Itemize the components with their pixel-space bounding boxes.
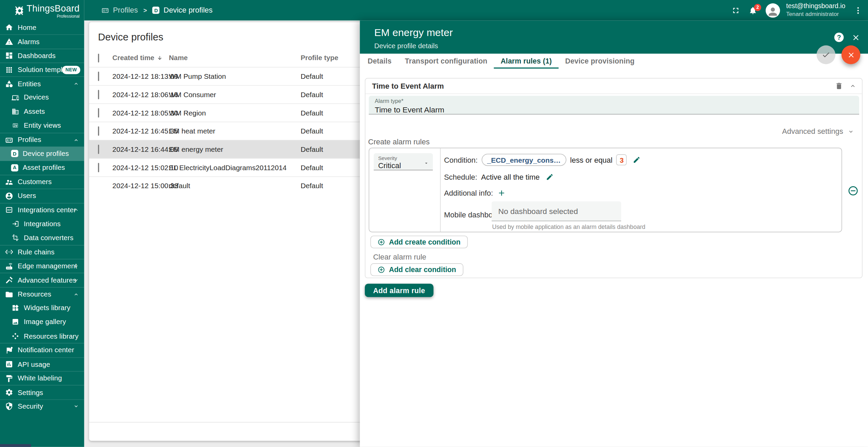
cell-profile-type: Default: [301, 163, 323, 172]
sidebar-item-integrations-center[interactable]: Integrations center: [0, 203, 84, 217]
sidebar-item-entities[interactable]: Entities: [0, 76, 84, 90]
select-all-checkbox[interactable]: [98, 53, 99, 62]
sidebar-item-edge-management[interactable]: Edge management: [0, 259, 84, 273]
sidebar-item-white-labeling[interactable]: White labeling: [0, 371, 84, 385]
advanced-settings-toggle[interactable]: Advanced settings: [782, 127, 854, 136]
apply-changes-button[interactable]: [817, 46, 835, 64]
mobile-dashboard-select[interactable]: No dashboard selected: [492, 201, 621, 221]
sidebar-item-data-converters[interactable]: Data converters: [0, 231, 84, 245]
schedule-value: Active all the time: [481, 173, 540, 181]
cell-name: EM energy meter: [169, 145, 223, 153]
fullscreen-icon[interactable]: [731, 6, 740, 15]
tab-device-provisioning[interactable]: Device provisioning: [559, 54, 641, 69]
user-info[interactable]: test@thingsboard.io Tenant administrator: [786, 2, 845, 18]
sidebar-menu: Home Alarms Dashboards Solution template…: [0, 20, 84, 413]
sidebar-item-integrations[interactable]: Integrations: [0, 217, 84, 231]
chevron-up-icon[interactable]: [849, 83, 856, 90]
edit-schedule-icon[interactable]: [546, 173, 554, 181]
edge-management-icon: [5, 262, 13, 270]
widgets-library-icon: [11, 304, 19, 312]
row-checkbox[interactable]: [98, 72, 99, 81]
breadcrumb-item-device-profiles[interactable]: D Device profiles: [153, 6, 213, 14]
sidebar-item-users[interactable]: Users: [0, 189, 84, 203]
row-checkbox[interactable]: [98, 108, 99, 118]
sidebar-item-rule-chains[interactable]: Rule chains: [0, 245, 84, 259]
alarm-type-field[interactable]: Alarm type* Time to Event Alarm: [369, 96, 859, 114]
sidebar-item-customers[interactable]: Customers: [0, 175, 84, 189]
device-profile-letter-icon: D: [153, 7, 160, 14]
kebab-menu-icon[interactable]: [854, 6, 863, 15]
sidebar-item-device-profiles[interactable]: D Device profiles: [0, 147, 84, 161]
sidebar-item-dashboards[interactable]: Dashboards: [0, 49, 84, 62]
alarm-rule-title: Time to Event Alarm: [372, 82, 444, 90]
alarm-rule-panel: Time to Event Alarm Alarm type* Time to …: [365, 78, 863, 278]
row-checkbox[interactable]: [98, 145, 99, 154]
row-checkbox[interactable]: [98, 90, 99, 100]
close-icon[interactable]: [851, 33, 860, 42]
add-clear-condition-button[interactable]: Add clear condition: [370, 263, 463, 276]
cell-name: WM Consumer: [169, 90, 216, 99]
notifications-button[interactable]: 2: [749, 6, 758, 15]
sidebar-item-settings[interactable]: Settings: [0, 385, 84, 399]
chevron-up-icon: [73, 291, 79, 297]
add-alarm-rule-button[interactable]: Add alarm rule: [365, 284, 433, 297]
sidebar-item-devices[interactable]: Devices: [0, 91, 84, 105]
cell-created-time: 2024-12-12 16:45:35: [113, 127, 178, 135]
sidebar-item-api-usage[interactable]: API usage: [0, 357, 84, 371]
chevron-up-icon: [73, 81, 79, 87]
dropdown-caret-icon: [424, 160, 429, 166]
row-checkbox[interactable]: [98, 163, 99, 173]
sidebar-item-notification-center[interactable]: Notification center: [0, 343, 84, 357]
notification-center-icon: [5, 346, 13, 354]
sidebar-item-advanced-features[interactable]: Advanced features: [0, 273, 84, 287]
tab-details[interactable]: Details: [361, 54, 398, 69]
row-checkbox[interactable]: [98, 126, 99, 136]
api-usage-icon: [5, 360, 13, 369]
sidebar-item-resources[interactable]: Resources: [0, 287, 84, 301]
sidebar-item-assets[interactable]: Assets: [0, 105, 84, 119]
white-labeling-icon: [5, 374, 13, 382]
sidebar-item-widgets-library[interactable]: Widgets library: [0, 301, 84, 315]
topbar-actions: 2 test@thingsboard.io Tenant administrat…: [731, 0, 863, 20]
add-create-condition-button[interactable]: Add create condition: [370, 236, 467, 248]
severity-select[interactable]: Severity Critical: [374, 153, 433, 170]
topbar: Profiles > D Device profiles 2 test@thin…: [84, 0, 868, 20]
sidebar-item-image-gallery[interactable]: Image gallery: [0, 315, 84, 329]
sort-desc-icon: [156, 55, 163, 61]
discard-changes-button[interactable]: [841, 46, 860, 64]
add-additional-info-icon[interactable]: [497, 189, 506, 197]
entities-icon: [5, 80, 13, 88]
sidebar-item-profiles[interactable]: Profiles: [0, 133, 84, 147]
sidebar-item-solution-templates[interactable]: Solution templates NEW: [0, 62, 84, 76]
edit-condition-icon[interactable]: [633, 156, 641, 164]
help-icon[interactable]: [834, 33, 844, 42]
alarm-rule-panel-header[interactable]: Time to Event Alarm: [365, 78, 862, 94]
solution-templates-icon: [5, 66, 13, 74]
close-icon: [847, 51, 855, 59]
rule-card-divider: [440, 148, 441, 232]
sidebar-item-home[interactable]: Home: [0, 20, 84, 34]
new-badge: NEW: [62, 66, 80, 74]
condition-key-chip[interactable]: _ECD_energy_cons…: [481, 154, 566, 166]
sidebar-item-asset-profiles[interactable]: A Asset profiles: [0, 161, 84, 175]
tab-alarm-rules-1[interactable]: Alarm rules (1): [494, 54, 559, 69]
sidebar-item-entity-views[interactable]: Entity views: [0, 119, 84, 132]
remove-alarm-rule-row-icon[interactable]: [848, 185, 859, 196]
tab-transport-configuration[interactable]: Transport configuration: [398, 54, 494, 69]
sidebar-item-resources-library[interactable]: Resources library: [0, 329, 84, 343]
breadcrumb-separator: >: [143, 7, 147, 14]
column-created-time[interactable]: Created time: [113, 54, 163, 62]
thingsboard-logo[interactable]: ThingsBoard Professional: [0, 0, 84, 20]
drawer-header: EM energy meter Device profile details: [360, 20, 868, 54]
column-profile-type[interactable]: Profile type: [301, 54, 338, 62]
delete-alarm-rule-icon[interactable]: [835, 82, 843, 90]
condition-value[interactable]: 3: [616, 154, 627, 165]
horizontal-scrollbar-thumb[interactable]: [0, 444, 31, 447]
column-name[interactable]: Name: [169, 54, 188, 62]
avatar[interactable]: [766, 3, 780, 17]
logo-subtitle: Professional: [27, 14, 80, 18]
breadcrumb-item-profiles[interactable]: Profiles: [101, 6, 138, 14]
sidebar-item-alarms[interactable]: Alarms: [0, 35, 84, 49]
sidebar-item-security[interactable]: Security: [0, 399, 84, 413]
chevron-down-icon: [73, 277, 79, 283]
